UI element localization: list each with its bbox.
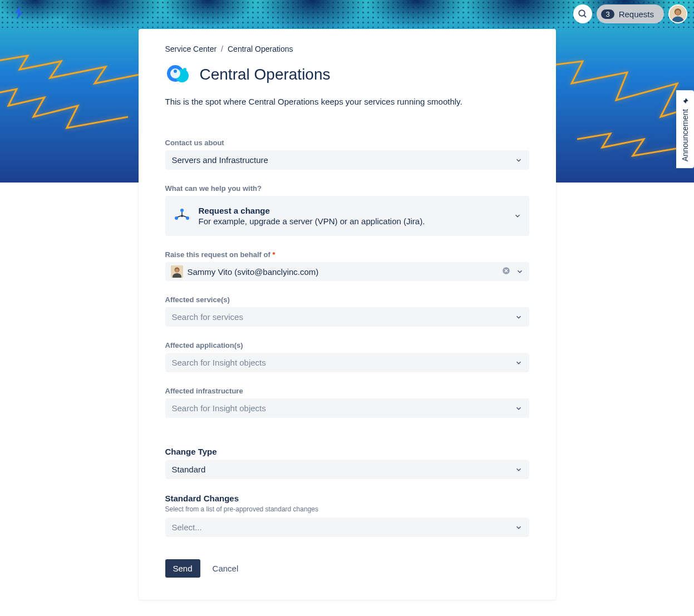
- contact-about-label: Contact us about: [165, 139, 529, 147]
- svg-point-8: [183, 68, 186, 71]
- send-button[interactable]: Send: [165, 559, 200, 578]
- clear-icon: [502, 267, 510, 275]
- affected-applications-select[interactable]: Search for Insight objects: [165, 353, 529, 372]
- chevron-down-icon: [515, 524, 523, 531]
- affected-services-placeholder: Search for services: [172, 312, 243, 322]
- standard-changes-placeholder: Select...: [172, 523, 202, 532]
- svg-point-9: [180, 209, 184, 212]
- affected-applications-placeholder: Search for Insight objects: [172, 358, 266, 367]
- change-type-label: Change Type: [165, 447, 529, 456]
- clear-button[interactable]: [501, 265, 511, 278]
- main-content-card: Service Center / Central Operations Cent…: [139, 29, 556, 600]
- chevron-down-icon: [515, 313, 523, 321]
- on-behalf-label: Raise this request on behalf of *: [165, 250, 529, 259]
- request-type-title: Request a change: [199, 206, 506, 215]
- requests-label: Requests: [619, 9, 654, 19]
- on-behalf-value: Sammy Vito (svito@banclyinc.com): [188, 267, 496, 277]
- affected-services-select[interactable]: Search for services: [165, 307, 529, 327]
- change-icon: [173, 207, 191, 225]
- chevron-down-icon: [515, 466, 523, 474]
- requests-count-badge: 3: [601, 9, 614, 19]
- svg-point-5: [676, 10, 681, 15]
- breadcrumb-current[interactable]: Central Operations: [228, 45, 293, 53]
- svg-line-1: [584, 15, 587, 17]
- page-description: This is the spot where Central Operation…: [165, 97, 529, 106]
- user-small-avatar: [171, 265, 183, 278]
- affected-infrastructure-select[interactable]: Search for Insight objects: [165, 398, 529, 418]
- search-icon: [578, 9, 588, 19]
- svg-point-12: [181, 215, 183, 217]
- page-title: Central Operations: [200, 66, 331, 83]
- affected-infrastructure-label: Affected infrastructure: [165, 387, 529, 395]
- chevron-down-icon: [514, 212, 521, 220]
- svg-point-19: [175, 269, 178, 272]
- on-behalf-select[interactable]: Sammy Vito (svito@banclyinc.com): [165, 262, 529, 281]
- search-button[interactable]: [573, 4, 592, 23]
- request-type-description: For example, upgrade a server (VPN) or a…: [199, 216, 506, 226]
- project-icon: [165, 61, 192, 88]
- chevron-down-icon: [515, 156, 523, 164]
- contact-about-select[interactable]: Servers and Infrastructure: [165, 150, 529, 170]
- affected-applications-label: Affected application(s): [165, 341, 529, 349]
- breadcrumb-root[interactable]: Service Center: [165, 45, 217, 53]
- breadcrumb: Service Center / Central Operations: [165, 45, 529, 53]
- svg-line-14: [178, 216, 181, 217]
- affected-infrastructure-placeholder: Search for Insight objects: [172, 403, 266, 413]
- request-type-select[interactable]: Request a change For example, upgrade a …: [165, 196, 529, 236]
- announcement-label: Announcement: [681, 109, 690, 161]
- chevron-down-icon: [515, 405, 523, 412]
- affected-services-label: Affected service(s): [165, 295, 529, 304]
- standard-changes-helper: Select from a list of pre-approved stand…: [165, 505, 529, 513]
- standard-changes-label: Standard Changes: [165, 494, 529, 503]
- chevron-down-icon: [516, 268, 524, 275]
- pin-icon: [681, 97, 690, 105]
- user-avatar[interactable]: [668, 4, 687, 23]
- contact-about-value: Servers and Infrastructure: [172, 155, 268, 165]
- help-with-label: What can we help you with?: [165, 184, 529, 193]
- announcement-tab[interactable]: Announcement: [676, 90, 694, 168]
- cancel-button[interactable]: Cancel: [206, 559, 245, 578]
- change-type-value: Standard: [172, 465, 206, 474]
- svg-point-0: [579, 10, 585, 16]
- requests-button[interactable]: 3 Requests: [597, 4, 664, 23]
- breadcrumb-separator: /: [221, 45, 223, 53]
- svg-line-15: [183, 216, 186, 217]
- standard-changes-select[interactable]: Select...: [165, 518, 529, 537]
- app-logo[interactable]: [10, 4, 28, 22]
- chevron-down-icon: [515, 359, 523, 367]
- change-type-select[interactable]: Standard: [165, 460, 529, 479]
